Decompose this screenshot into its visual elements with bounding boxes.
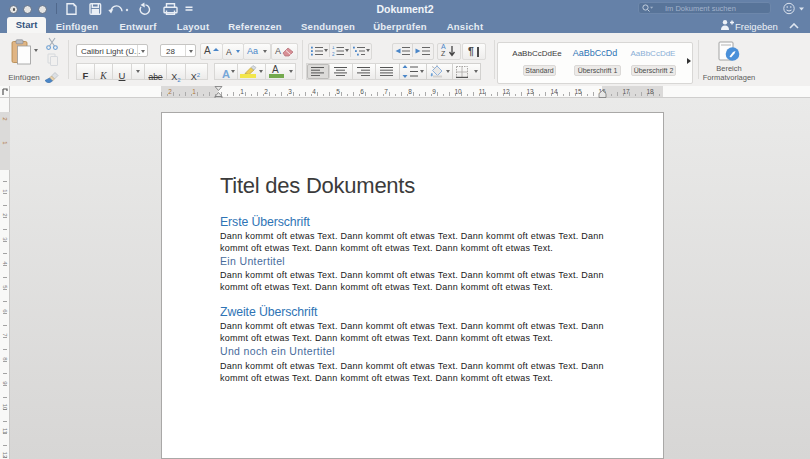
svg-text:2: 2 bbox=[332, 52, 335, 56]
svg-text:1: 1 bbox=[332, 46, 335, 50]
